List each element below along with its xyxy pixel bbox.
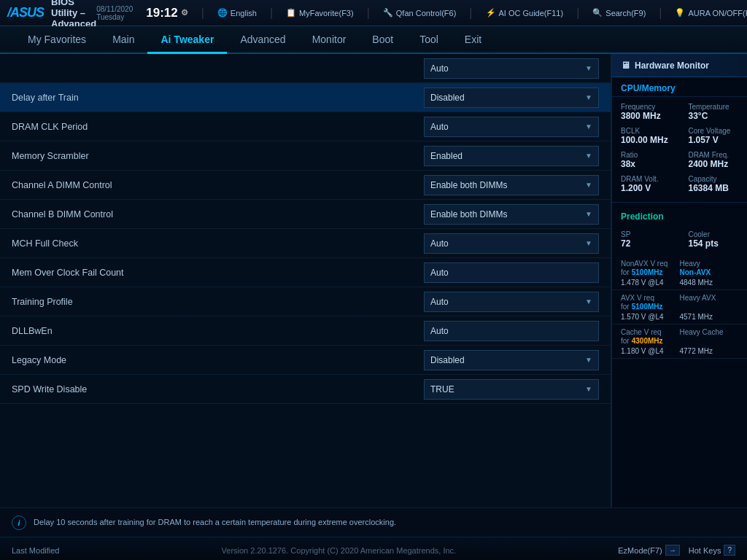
aura-button[interactable]: 💡 AURA ON/OFF(F4)	[675, 8, 747, 18]
language-button[interactable]: 🌐 English	[217, 8, 257, 18]
setting-label-dllbwen: DLLBwEn	[12, 326, 424, 336]
dropdown-arrow-icon-3: ▼	[585, 152, 592, 160]
pred-block-cache: Cache V req for 4300MHz Heavy Cache 1.18…	[612, 324, 747, 359]
hw-cell-capacity-label: Capacity 16384 MB	[680, 172, 748, 196]
nav-exit[interactable]: Exit	[452, 26, 495, 54]
setting-row-spd-write-disable: SPD Write Disable TRUE ▼	[0, 375, 611, 404]
ezmode-arrow-icon: →	[665, 545, 680, 556]
footer: Last Modified Version 2.20.1276. Copyrig…	[0, 537, 747, 560]
dropdown-arrow-icon-10: ▼	[585, 356, 592, 364]
header-bar: /ASUS UEFI BIOS Utility – Advanced Mode …	[0, 0, 747, 26]
setting-dropdown-0[interactable]: Auto ▼	[424, 58, 599, 79]
info-text: Delay 10 seconds after training for DRAM…	[34, 517, 396, 528]
pred-block-avx: AVX V req for 5100MHz Heavy AVX 1.570 V …	[612, 290, 747, 324]
myfavorite-icon: 📋	[286, 8, 296, 18]
nav-favorites[interactable]: My Favorites	[15, 26, 99, 54]
setting-row-ch-a-dimm: Channel A DIMM Control Enable both DIMMs…	[0, 171, 611, 200]
prediction-sp-cell: SP 72	[612, 228, 680, 252]
nav-advanced[interactable]: Advanced	[227, 26, 298, 54]
time-display: 19:12 ⚙	[146, 6, 187, 20]
hotkeys-button[interactable]: Hot Keys ?	[689, 545, 735, 556]
setting-dropdown-mem-scrambler[interactable]: Enabled ▼	[424, 146, 599, 166]
info-bar: i Delay 10 seconds after training for DR…	[0, 508, 747, 537]
setting-label-training-profile: Training Profile	[12, 297, 424, 307]
hw-cell-dramfreq-label: DRAM Freq. 2400 MHz	[680, 148, 748, 172]
settings-panel: Auto ▼ Delay after Train Disabled ▼ DRAM…	[0, 54, 611, 508]
hw-monitor-title: 🖥 Hardware Monitor	[612, 54, 747, 77]
setting-dropdown-delay-after-train[interactable]: Disabled ▼	[424, 88, 599, 108]
language-icon: 🌐	[217, 8, 228, 18]
qfan-icon: 🔧	[383, 8, 393, 18]
search-button[interactable]: 🔍 Search(F9)	[592, 8, 646, 18]
dropdown-arrow-icon-8: ▼	[585, 298, 592, 306]
navigation-bar: My Favorites Main Ai Tweaker Advanced Mo…	[0, 26, 747, 54]
setting-label-spd-write-disable: SPD Write Disable	[12, 384, 424, 394]
setting-row-ch-b-dimm: Channel B DIMM Control Enable both DIMMs…	[0, 200, 611, 229]
dropdown-arrow-icon-1: ▼	[585, 93, 592, 101]
dropdown-arrow-icon-11: ▼	[585, 385, 592, 393]
aioc-button[interactable]: ⚡ AI OC Guide(F11)	[486, 8, 564, 18]
hw-cell-bclk-label: BCLK 100.00 MHz	[612, 124, 680, 148]
hw-cell-corevolt-label: Core Voltage 1.057 V	[680, 124, 748, 148]
setting-text-dllbwen[interactable]: Auto	[424, 321, 599, 341]
info-icon: i	[12, 516, 26, 530]
aioc-icon: ⚡	[486, 8, 496, 18]
setting-row-mem-scrambler: Memory Scrambler Enabled ▼	[0, 141, 611, 171]
setting-dropdown-ch-a-dimm[interactable]: Enable both DIMMs ▼	[424, 175, 599, 195]
setting-dropdown-mch-full-check[interactable]: Auto ▼	[424, 233, 599, 254]
setting-row-legacy-mode: Legacy Mode Disabled ▼	[0, 346, 611, 375]
setting-row-dram-clk: DRAM CLK Period Auto ▼	[0, 112, 611, 141]
setting-dropdown-dram-clk[interactable]: Auto ▼	[424, 117, 599, 137]
setting-row-delay-after-train: Delay after Train Disabled ▼	[0, 83, 611, 112]
myfavorite-button[interactable]: 📋 MyFavorite(F3)	[286, 8, 354, 18]
dropdown-arrow-icon-6: ▼	[585, 239, 592, 247]
setting-label-mch-full-check: MCH Full Check	[12, 238, 424, 249]
date-display: 08/11/2020	[96, 5, 133, 13]
setting-control-ch-b-dimm: Enable both DIMMs ▼	[424, 204, 599, 225]
setting-dropdown-ch-b-dimm[interactable]: Enable both DIMMs ▼	[424, 204, 599, 225]
qfan-button[interactable]: 🔧 Qfan Control(F6)	[383, 8, 457, 18]
hw-monitor-panel: 🖥 Hardware Monitor CPU/Memory Frequency …	[611, 54, 747, 508]
settings-gear-icon[interactable]: ⚙	[181, 8, 188, 18]
nav-aitweaker[interactable]: Ai Tweaker	[147, 26, 227, 54]
dropdown-arrow-icon-2: ▼	[585, 122, 592, 131]
pred-block-nonavx: NonAVX V req for 5100MHz Heavy Non-AVX 1…	[612, 256, 747, 290]
setting-label-ch-b-dimm: Channel B DIMM Control	[12, 209, 424, 219]
hotkeys-question-icon: ?	[724, 545, 735, 556]
search-icon: 🔍	[592, 8, 603, 18]
asus-logo: /ASUS	[7, 5, 44, 20]
cpu-memory-title: CPU/Memory	[612, 77, 747, 97]
hw-cell-ratio-label: Ratio 38x	[612, 148, 680, 172]
ezmode-button[interactable]: EzMode(F7) →	[618, 545, 680, 556]
setting-control-0: Auto ▼	[424, 58, 599, 79]
dropdown-arrow-icon-4: ▼	[585, 181, 592, 189]
nav-tool[interactable]: Tool	[406, 26, 452, 54]
setting-control-mem-scrambler: Enabled ▼	[424, 146, 599, 166]
setting-label-mem-overclock-fail: Mem Over Clock Fail Count	[12, 268, 424, 278]
setting-row-training-profile: Training Profile Auto ▼	[0, 287, 611, 316]
nav-monitor[interactable]: Monitor	[299, 26, 360, 54]
hw-cell-temp-label: Temperature 33°C	[680, 100, 748, 124]
nav-boot[interactable]: Boot	[359, 26, 406, 54]
setting-control-delay-after-train: Disabled ▼	[424, 88, 599, 108]
setting-text-mem-overclock-fail[interactable]: Auto	[424, 262, 599, 283]
footer-buttons: EzMode(F7) → Hot Keys ?	[618, 545, 735, 556]
setting-control-mem-overclock-fail: Auto	[424, 262, 599, 283]
dropdown-arrow-icon-5: ▼	[585, 210, 592, 218]
setting-control-training-profile: Auto ▼	[424, 292, 599, 312]
setting-label-ch-a-dimm: Channel A DIMM Control	[12, 180, 424, 190]
nav-main[interactable]: Main	[99, 26, 147, 54]
setting-label-mem-scrambler: Memory Scrambler	[12, 151, 424, 161]
setting-row-mem-overclock-fail: Mem Over Clock Fail Count Auto	[0, 258, 611, 287]
setting-control-dram-clk: Auto ▼	[424, 117, 599, 137]
setting-dropdown-training-profile[interactable]: Auto ▼	[424, 292, 599, 312]
setting-label-delay-after-train: Delay after Train	[12, 93, 424, 103]
setting-control-legacy-mode: Disabled ▼	[424, 350, 599, 370]
prediction-title: Prediction	[612, 206, 747, 225]
setting-control-ch-a-dimm: Enable both DIMMs ▼	[424, 175, 599, 195]
setting-dropdown-spd-write-disable[interactable]: TRUE ▼	[424, 379, 599, 400]
prediction-sp-grid: SP 72 Cooler 154 pts	[612, 225, 747, 256]
setting-dropdown-legacy-mode[interactable]: Disabled ▼	[424, 350, 599, 370]
setting-row-0: Auto ▼	[0, 54, 611, 83]
prediction-cooler-cell: Cooler 154 pts	[680, 228, 748, 252]
